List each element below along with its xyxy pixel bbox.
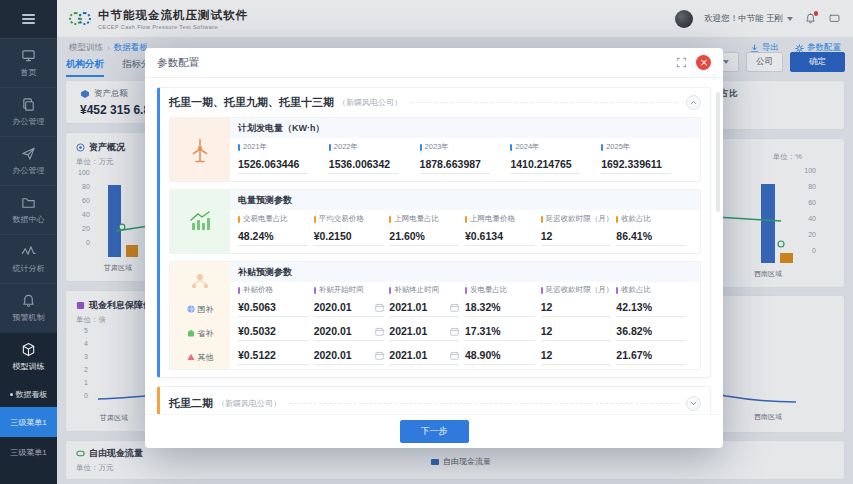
subsidy-row-provincial: ¥0.5032 2020.01 2021.01 17.31% 12 36.82% [230, 319, 700, 343]
subsidy-date-input[interactable]: 2020.01 [314, 345, 384, 365]
subsidy-block-title: 补贴预测参数 [230, 262, 700, 282]
subsidy-icon-col: 国补 省补 其他 [170, 262, 230, 369]
power-field: 延迟收款时限（月） 12 [541, 214, 617, 246]
group-title: 托里一期、托里九期、托里十三期 [169, 95, 334, 110]
subsidy-row-label-other: 其他 [187, 345, 214, 369]
wind-turbine-icon [186, 136, 214, 164]
plan-block-title: 计划发电量（KW·h） [230, 118, 700, 138]
subsidy-date-input[interactable]: 2020.01 [314, 321, 384, 341]
power-field: 平均交易价格 ¥0.2150 [314, 214, 390, 246]
subsidy-cell-input[interactable]: 17.31% [465, 321, 535, 341]
power-block-title: 电量预测参数 [230, 190, 700, 210]
dashed-divider [289, 403, 678, 404]
column-label: 补贴开始时间 [319, 285, 364, 295]
field-label: 延迟收款时限（月） [546, 214, 614, 224]
calendar-icon [450, 351, 459, 360]
field-label: 2022年 [334, 142, 358, 152]
power-field-input[interactable]: ¥0.2150 [314, 226, 384, 246]
provincial-subsidy-icon [187, 329, 195, 337]
subsidy-forecast-block: 国补 省补 其他 补贴预测参数 补贴价格 补贴开始时间 [169, 261, 701, 370]
subsidy-cell-input[interactable]: 12 [541, 297, 611, 317]
subsidy-row-label-national: 国补 [187, 297, 214, 321]
plan-field-input[interactable]: 1536.006342 [329, 154, 399, 174]
power-field: 收款占比 86.41% [616, 214, 692, 246]
plan-field: 2024年 1410.214765 [510, 142, 601, 174]
subsidy-cell-input[interactable]: 48.90% [465, 345, 535, 365]
plan-field-input[interactable]: 1410.214765 [510, 154, 580, 174]
subsidy-cell-input[interactable]: ¥0.5032 [238, 321, 308, 341]
subsidy-row-other: ¥0.5122 2020.01 2021.01 48.90% 12 21.67% [230, 343, 700, 367]
national-subsidy-icon [187, 305, 195, 313]
project-group-1: 托里一期、托里九期、托里十三期 （新疆风电公司） 计划发电量（KW·h） [157, 87, 711, 378]
next-step-button[interactable]: 下一步 [400, 420, 469, 443]
subsidy-date-input[interactable]: 2021.01 [389, 345, 459, 365]
power-forecast-block: 电量预测参数 交易电量占比 48.24% 平均交易价格 ¥0.2150 上网电量… [169, 189, 701, 254]
collapse-button[interactable] [686, 95, 701, 110]
plan-field: 2021年 1526.063446 [238, 142, 329, 174]
subsidy-cell-input[interactable]: ¥0.5122 [238, 345, 308, 365]
chevron-up-icon [689, 98, 698, 107]
power-field: 上网电量价格 ¥0.6134 [465, 214, 541, 246]
subsidy-cell-input[interactable]: 12 [541, 321, 611, 341]
field-label: 交易电量占比 [243, 214, 288, 224]
subsidy-date-input[interactable]: 2021.01 [389, 321, 459, 341]
field-label: 2023年 [425, 142, 449, 152]
subsidy-cell-input[interactable]: ¥0.5063 [238, 297, 308, 317]
expand-button[interactable] [686, 396, 701, 411]
column-label: 补贴价格 [243, 285, 273, 295]
network-icon [189, 271, 211, 293]
plan-field: 2023年 1878.663987 [420, 142, 511, 174]
param-config-modal: 参数配置 托里一期、托里九期、托里十三期 （新疆风电公司） [145, 48, 723, 448]
subsidy-cell-input[interactable]: 21.67% [616, 345, 686, 365]
plan-field: 2025年 1692.339611 [601, 142, 692, 174]
group-company: （新疆风电公司） [338, 97, 402, 108]
modal-header: 参数配置 [145, 48, 723, 78]
other-subsidy-icon [187, 353, 195, 361]
project-group-2: 托里二期 （新疆风电公司） [157, 386, 711, 414]
field-label: 平均交易价格 [319, 214, 364, 224]
subsidy-column-headers: 补贴价格 补贴开始时间 补贴终止时间 发电量占比 延迟收款时限（月） 收款占比 [230, 282, 700, 295]
plan-field-input[interactable]: 1526.063446 [238, 154, 308, 174]
subsidy-date-input[interactable]: 2020.01 [314, 297, 384, 317]
subsidy-date-input[interactable]: 2021.01 [389, 297, 459, 317]
column-label: 延迟收款时限（月） [546, 285, 614, 295]
plan-icon-col [170, 118, 230, 181]
close-icon[interactable] [696, 55, 711, 70]
subsidy-cell-input[interactable]: 36.82% [616, 321, 686, 341]
subsidy-row-national: ¥0.5063 2020.01 2021.01 18.32% 12 42.13% [230, 295, 700, 319]
modal-footer: 下一步 [145, 414, 723, 448]
group-company: （新疆风电公司） [217, 398, 281, 409]
calendar-icon [375, 351, 384, 360]
power-field: 交易电量占比 48.24% [238, 214, 314, 246]
calendar-icon [450, 303, 459, 312]
power-icon-col [170, 190, 230, 253]
subsidy-cell-input[interactable]: 42.13% [616, 297, 686, 317]
field-label: 2021年 [243, 142, 267, 152]
chevron-down-icon [689, 399, 698, 408]
plan-generation-block: 计划发电量（KW·h） 2021年 1526.063446 2022年 1536… [169, 117, 701, 182]
group-title: 托里二期 [169, 396, 213, 411]
subsidy-row-label-provincial: 省补 [187, 321, 214, 345]
field-label: 上网电量占比 [394, 214, 439, 224]
dashed-divider [410, 102, 678, 103]
field-label: 上网电量价格 [470, 214, 515, 224]
plan-field-input[interactable]: 1878.663987 [420, 154, 490, 174]
calendar-icon [450, 327, 459, 336]
calendar-icon [375, 303, 384, 312]
column-label: 发电量占比 [470, 285, 508, 295]
power-field-input[interactable]: 21.60% [389, 226, 459, 246]
modal-scrollbar[interactable] [716, 92, 720, 212]
column-label: 收款占比 [621, 285, 651, 295]
modal-body: 托里一期、托里九期、托里十三期 （新疆风电公司） 计划发电量（KW·h） [145, 78, 723, 414]
subsidy-cell-input[interactable]: 18.32% [465, 297, 535, 317]
modal-title: 参数配置 [157, 56, 199, 70]
power-field-input[interactable]: 48.24% [238, 226, 308, 246]
bar-chart-growth-icon [187, 209, 213, 235]
fullscreen-icon[interactable] [676, 57, 687, 68]
power-field-input[interactable]: 12 [541, 226, 611, 246]
power-field-input[interactable]: ¥0.6134 [465, 226, 535, 246]
plan-field-input[interactable]: 1692.339611 [601, 154, 671, 174]
power-field-input[interactable]: 86.41% [616, 226, 686, 246]
subsidy-cell-input[interactable]: 12 [541, 345, 611, 365]
field-label: 2025年 [606, 142, 630, 152]
